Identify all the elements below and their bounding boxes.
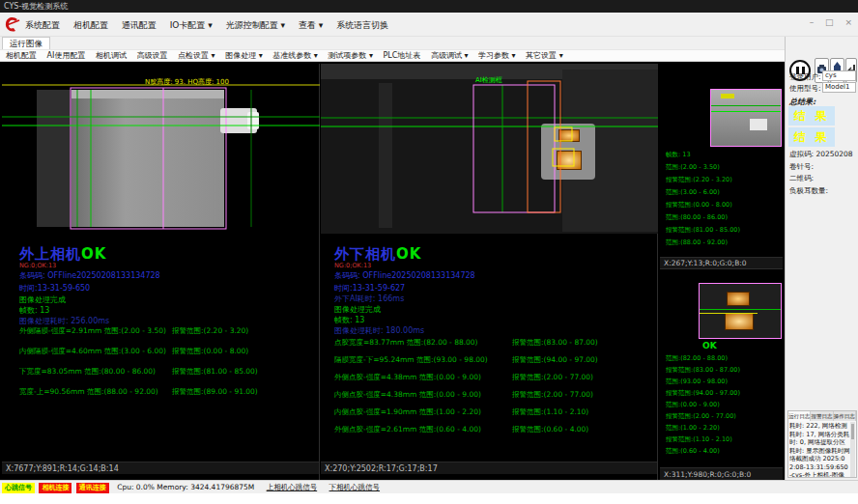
measure-text: 宽度-上=90.56mm 范围:(88.00 - 92.00) (19, 387, 158, 396)
minimize-button[interactable]: – (810, 17, 815, 27)
center-ai-box-label: AI检测框 (475, 75, 502, 85)
top-camera-heartbeat-link[interactable]: 上相机心跳信号 (267, 483, 318, 491)
toolbar-learning-params[interactable]: 学习参数 ▾ (478, 51, 516, 60)
log-scroll-thumb[interactable] (851, 424, 854, 439)
center-measure-row: 点胶宽度=83.77mm 范围:(82.00 - 88.00) 报警范围:(83… (334, 338, 478, 348)
negative-tab-count-label: 负极耳数量: (789, 186, 828, 196)
toolbar-plc-address[interactable]: PLC地址表 (383, 51, 420, 60)
right-top-camera-image[interactable] (710, 89, 782, 147)
mini-line: 帧数: 13 (666, 149, 740, 161)
toolbar-test-item-params[interactable]: 测试项参数 ▾ (328, 51, 373, 60)
right-bottom-camera-image[interactable] (699, 283, 782, 339)
toolbar-camera-debug[interactable]: 相机调试 (96, 51, 127, 60)
close-button[interactable]: × (844, 17, 852, 27)
right-top-coordinates: X:267;Y:13;R:0;G:0;B:0 (664, 259, 747, 267)
right-top-camera-viewport[interactable]: 帧数: 13 范围:(2.00 - 3.50) 报警范围:(2.20 - 3.2… (660, 64, 783, 269)
window-controls: – □ × (801, 17, 852, 27)
mini-line: 报警范围:(81.00 - 85.00) (666, 224, 740, 237)
menu-comm-config[interactable]: 通讯配置 (122, 20, 157, 30)
measure-text: 内侧点胶-强度=1.90mm 范围:(1.00 - 2.20) (334, 407, 481, 416)
menu-io-config[interactable]: IO卡配置 ▾ (170, 20, 213, 30)
right-bottom-camera-viewport[interactable]: OK 范围:(82.00 - 88.00) 报警范围:(83.00 - 87.0… (660, 271, 783, 480)
tab-run-image[interactable]: 运行图像 (2, 37, 50, 49)
center-measure-row: 内侧点胶-强度=4.38mm 范围:(0.00 - 9.00) 报警范围:(2.… (334, 390, 481, 400)
measure-alarm: 报警范围:(81.00 - 85.00) (172, 367, 258, 377)
left-barcode: 条码码: OFFline20250208133134728 (19, 270, 160, 281)
window-title: CYS-视觉检测系统 (4, 2, 68, 11)
maximize-button[interactable]: □ (825, 17, 834, 27)
toolbar-baseline-params[interactable]: 基准线参数 ▾ (272, 51, 318, 60)
menu-view[interactable]: 查看 ▾ (299, 20, 323, 30)
mini-line: 报警范围:(83.00 - 87.00) (666, 364, 740, 376)
menu-system-config[interactable]: 系统配置 (25, 20, 60, 30)
measure-text: 外侧隔膜-强度=2.91mm 范围:(2.00 - 3.50) (19, 326, 166, 335)
tab-strip: 运行图像 (0, 37, 858, 49)
log-tab-operation[interactable]: 操作日志 (834, 411, 856, 421)
login-user-label: 登录用户: (789, 72, 821, 82)
measure-alarm: 报警范围:(89.00 - 91.00) (172, 387, 258, 397)
left-result-ok: OK (81, 245, 106, 263)
mini-line: 报警范围:(94.00 - 97.00) (666, 387, 740, 399)
center-time: 时间:13-31-59-627 (334, 283, 405, 294)
center-camera-viewport[interactable]: AI检测框 外下相机OK NG:0;OK:13 条码码: OFFline2025… (321, 64, 658, 480)
mini-line: 报警范围:(0.00 - 8.00) (666, 199, 740, 211)
qrcode-label: 二维码: (789, 174, 814, 183)
toolbar-spot-check[interactable]: 点检设置 ▾ (178, 51, 215, 60)
log-scrollbar[interactable] (850, 422, 855, 477)
left-measure-row: 外侧隔膜-强度=2.91mm 范围:(2.00 - 3.50) 报警范围:(2.… (19, 326, 166, 336)
measure-text: 下宽度=83.05mm 范围:(80.00 - 86.00) (19, 367, 156, 376)
center-done: 图像处理完成 (334, 304, 381, 315)
overlay-line (700, 313, 758, 314)
app-window: CYS-视觉检测系统 系统配置 相机配置 通讯配置 IO卡配置 ▾ 光源控制配置… (0, 0, 858, 504)
log-text: 耗时: 222, 网络检测耗时: 17, 网络分类耗时: 0, 网络提取分区耗时… (789, 422, 850, 477)
toolbar-advanced-debug[interactable]: 高级调试 ▾ (431, 51, 469, 60)
log-tab-alarm[interactable]: 报警日志 (811, 411, 833, 421)
left-done: 图像处理完成 (19, 294, 66, 305)
heartbeat-status-badge: 心跳信号 (2, 483, 35, 493)
camera-connect-badge: 相机连接 (39, 483, 72, 493)
measure-text: 点胶宽度=83.77mm 范围:(82.00 - 88.00) (334, 338, 478, 347)
title-bar: CYS-视觉检测系统 (0, 0, 858, 13)
center-measure-row: 外侧点胶-强度=4.38mm 范围:(0.00 - 9.00) 报警范围:(2.… (334, 373, 481, 382)
left-camera-viewport[interactable]: N胶高度: 93. HQ高度: 100 外上相机OK NG:0;OK:13 条码… (2, 64, 320, 480)
left-measure-row: 宽度-上=90.56mm 范围:(88.00 - 92.00) 报警范围:(89… (19, 387, 158, 397)
result-box-top: 结 果 (788, 106, 835, 126)
menu-language-switch[interactable]: 系统语言切换 (336, 20, 388, 30)
menu-camera-config[interactable]: 相机配置 (73, 20, 108, 30)
model-field[interactable]: Model1 (822, 82, 856, 93)
center-frames: 帧数: 13 (334, 315, 364, 325)
center-measure-row: 隔膜宽度-下=95.24mm 范围:(93.00 - 98.00) 报警范围:(… (334, 355, 488, 365)
toolbar-other-settings[interactable]: 其它设置 ▾ (526, 51, 563, 60)
left-measure-row: 下宽度=83.05mm 范围:(80.00 - 86.00) 报警范围:(81.… (19, 367, 156, 377)
left-time: 时间:13-31-59-650 (19, 283, 90, 294)
left-camera-image[interactable]: N胶高度: 93. HQ高度: 100 (2, 77, 320, 247)
mini-line: 范围:(0.00 - 9.00) (666, 399, 740, 410)
menu-light-config[interactable]: 光源控制配置 ▾ (226, 20, 285, 30)
toolbar-image-processing[interactable]: 图像处理 ▾ (225, 51, 263, 60)
login-user-field[interactable]: cys (822, 70, 856, 81)
left-coordinate-bar: X:7677;Y:891;R:14;G:14;B:14 (2, 462, 319, 474)
mini-line: 范围:(3.00 - 6.00) (666, 186, 740, 199)
measure-text: 外侧点胶-强度=4.38mm 范围:(0.00 - 9.00) (334, 373, 481, 381)
overlay-highlight (750, 119, 767, 130)
mini-line: 范围:(82.00 - 88.00) (666, 352, 740, 364)
left-overlay-graphics (2, 77, 320, 247)
toolbar-camera-config[interactable]: 相机配置 (6, 51, 37, 60)
right-bottom-coordinate-bar: X:311;Y:980;R:0;G:0;B:0 (660, 467, 783, 480)
measure-alarm: 报警范围:(83.00 - 87.00) (512, 338, 598, 348)
center-result-ok: OK (396, 245, 421, 263)
center-coordinate-bar: X:270;Y:2502;R:17;G:17;B:17 (321, 462, 657, 474)
center-camera-image[interactable]: AI检测框 (321, 64, 658, 234)
menu-items: 系统配置 相机配置 通讯配置 IO卡配置 ▾ 光源控制配置 ▾ 查看 ▾ 系统语… (25, 19, 399, 32)
toolbar-advanced-settings[interactable]: 高级设置 (136, 51, 167, 60)
overlay-line (700, 309, 782, 310)
overlay-coil (727, 292, 750, 306)
toolbar: 相机配置 AI使用配置 相机调试 高级设置 点检设置 ▾ 图像处理 ▾ 基准线参… (0, 49, 858, 62)
measure-text: 隔膜宽度-下=95.24mm 范围:(93.00 - 98.00) (334, 355, 488, 364)
toolbar-ai-use-config[interactable]: AI使用配置 (47, 51, 86, 60)
center-overlay-graphics (321, 64, 658, 234)
measure-alarm: 报警范围:(94.00 - 97.00) (512, 355, 598, 365)
log-tab-run[interactable]: 运行日志 (788, 411, 811, 421)
bottom-camera-heartbeat-link[interactable]: 下相机心跳信号 (329, 483, 381, 491)
right-bottom-result-ok: OK (702, 341, 717, 350)
